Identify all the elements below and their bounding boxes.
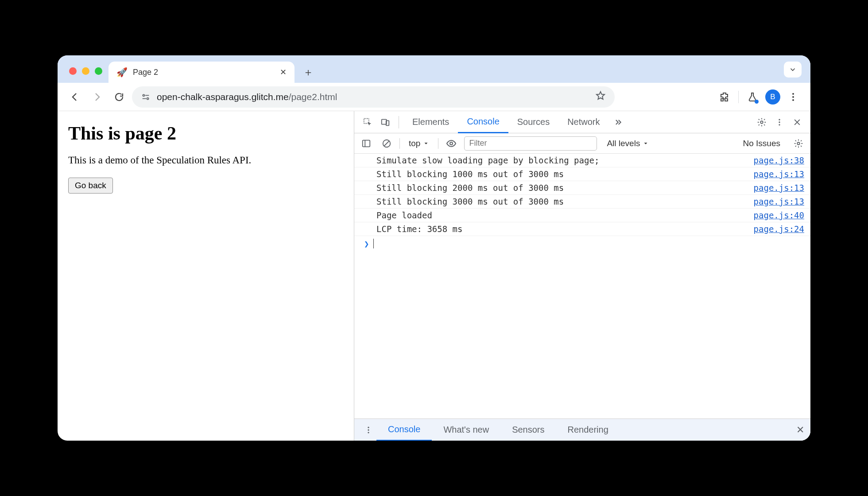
log-source-link[interactable]: page.js:13 <box>747 197 804 206</box>
window-close-button[interactable] <box>69 67 77 75</box>
window-minimize-button[interactable] <box>82 67 89 75</box>
svg-point-0 <box>143 94 144 96</box>
svg-point-17 <box>368 429 369 430</box>
site-settings-icon[interactable] <box>141 92 151 102</box>
log-levels-selector[interactable]: All levels <box>607 139 649 148</box>
devtools-menu-icon[interactable] <box>771 113 788 131</box>
experiments-button[interactable] <box>743 88 762 106</box>
log-source-link[interactable]: page.js:24 <box>747 224 804 234</box>
tab-sources[interactable]: Sources <box>508 111 558 133</box>
log-row: Still blocking 3000 ms out of 3000 ms pa… <box>354 195 810 209</box>
tab-network[interactable]: Network <box>558 111 608 133</box>
rendered-page: This is page 2 This is a demo of the Spe… <box>58 111 354 441</box>
drawer-tab-rendering[interactable]: Rendering <box>556 419 620 441</box>
svg-point-14 <box>450 142 453 145</box>
url-text: open-chalk-asparagus.glitch.me/page2.htm… <box>157 92 589 102</box>
tab-close-button[interactable]: ✕ <box>280 67 287 77</box>
browser-tab[interactable]: 🚀 Page 2 ✕ <box>108 62 294 83</box>
log-row: Page loaded page.js:40 <box>354 209 810 222</box>
device-toolbar-icon[interactable] <box>376 113 394 131</box>
svg-point-3 <box>792 96 794 98</box>
console-settings-icon[interactable] <box>791 136 806 151</box>
tab-favicon: 🚀 <box>116 67 128 78</box>
back-button[interactable] <box>66 88 84 106</box>
log-source-link[interactable]: page.js:13 <box>747 183 804 193</box>
browser-window: 🚀 Page 2 ✕ ＋ open-chalk-asparagus.glitch… <box>58 55 810 441</box>
go-back-button[interactable]: Go back <box>68 178 113 194</box>
forward-button[interactable] <box>88 88 106 106</box>
reload-button[interactable] <box>110 88 128 106</box>
log-source-link[interactable]: page.js:40 <box>747 210 804 220</box>
separator <box>738 91 739 103</box>
browser-toolbar: open-chalk-asparagus.glitch.me/page2.htm… <box>58 83 810 111</box>
content-area: This is page 2 This is a demo of the Spe… <box>58 111 810 441</box>
console-prompt[interactable]: ❯ <box>354 236 810 251</box>
log-row: Simulate slow loading page by blocking p… <box>354 154 810 167</box>
drawer-tab-whats-new[interactable]: What's new <box>432 419 500 441</box>
svg-point-4 <box>792 99 794 101</box>
clear-console-icon[interactable] <box>379 136 394 151</box>
log-row: Still blocking 2000 ms out of 3000 ms pa… <box>354 181 810 195</box>
window-maximize-button[interactable] <box>95 67 102 75</box>
svg-point-18 <box>368 432 369 433</box>
traffic-lights <box>63 67 108 83</box>
inspect-element-icon[interactable] <box>359 113 376 131</box>
separator <box>438 138 438 149</box>
page-description: This is a demo of the Speculation Rules … <box>68 155 343 166</box>
extensions-button[interactable] <box>715 88 734 106</box>
log-row: Still blocking 1000 ms out of 3000 ms pa… <box>354 167 810 181</box>
console-context-label: top <box>409 139 420 148</box>
console-filter-input[interactable] <box>464 136 597 151</box>
drawer-tab-console[interactable]: Console <box>376 419 432 441</box>
svg-point-8 <box>760 121 763 124</box>
devtools-drawer: Console What's new Sensors Rendering ✕ <box>354 418 810 441</box>
svg-point-1 <box>147 97 149 99</box>
page-heading: This is page 2 <box>68 123 343 144</box>
tab-title: Page 2 <box>133 68 275 77</box>
prompt-chevron-icon: ❯ <box>364 239 369 248</box>
issues-button[interactable]: No Issues <box>743 139 780 148</box>
new-tab-button[interactable]: ＋ <box>300 64 317 81</box>
log-message: Page loaded <box>376 210 747 220</box>
svg-point-9 <box>779 119 780 120</box>
tab-elements[interactable]: Elements <box>403 111 458 133</box>
devtools-panel: Elements Console Sources Network <box>354 111 810 441</box>
experiments-badge <box>755 100 759 104</box>
console-context-selector[interactable]: top <box>405 139 433 148</box>
separator <box>399 116 399 128</box>
svg-point-10 <box>779 121 780 123</box>
avatar: B <box>765 89 780 105</box>
svg-point-15 <box>797 142 800 145</box>
devtools-settings-icon[interactable] <box>753 113 771 131</box>
svg-point-2 <box>792 93 794 95</box>
url-path: /page2.html <box>289 92 337 102</box>
drawer-tab-sensors[interactable]: Sensors <box>500 419 556 441</box>
svg-point-16 <box>368 426 369 428</box>
svg-point-11 <box>779 124 780 125</box>
url-host: open-chalk-asparagus.glitch.me <box>157 92 289 102</box>
tabs-dropdown-button[interactable] <box>784 62 802 78</box>
chrome-menu-button[interactable] <box>784 88 802 106</box>
tab-console[interactable]: Console <box>458 112 508 133</box>
separator <box>399 138 400 149</box>
log-source-link[interactable]: page.js:13 <box>747 169 804 179</box>
live-expression-icon[interactable] <box>444 136 459 151</box>
profile-button[interactable]: B <box>763 88 782 106</box>
address-bar[interactable]: open-chalk-asparagus.glitch.me/page2.htm… <box>132 86 615 108</box>
console-sidebar-toggle-icon[interactable] <box>359 136 374 151</box>
log-message: LCP time: 3658 ms <box>376 224 747 234</box>
bookmark-star-icon[interactable] <box>595 90 606 103</box>
log-row: LCP time: 3658 ms page.js:24 <box>354 222 810 236</box>
more-tabs-icon[interactable] <box>609 113 627 131</box>
tab-strip: 🚀 Page 2 ✕ ＋ <box>58 55 810 83</box>
drawer-menu-icon[interactable] <box>360 422 376 438</box>
log-message: Still blocking 1000 ms out of 3000 ms <box>376 169 747 179</box>
devtools-close-icon[interactable] <box>788 113 806 131</box>
svg-rect-12 <box>363 140 370 147</box>
log-message: Still blocking 3000 ms out of 3000 ms <box>376 197 747 206</box>
drawer-close-icon[interactable]: ✕ <box>796 424 804 436</box>
log-message: Still blocking 2000 ms out of 3000 ms <box>376 183 747 193</box>
log-source-link[interactable]: page.js:38 <box>747 155 804 165</box>
log-levels-label: All levels <box>607 139 640 148</box>
issues-label: No Issues <box>743 139 780 148</box>
